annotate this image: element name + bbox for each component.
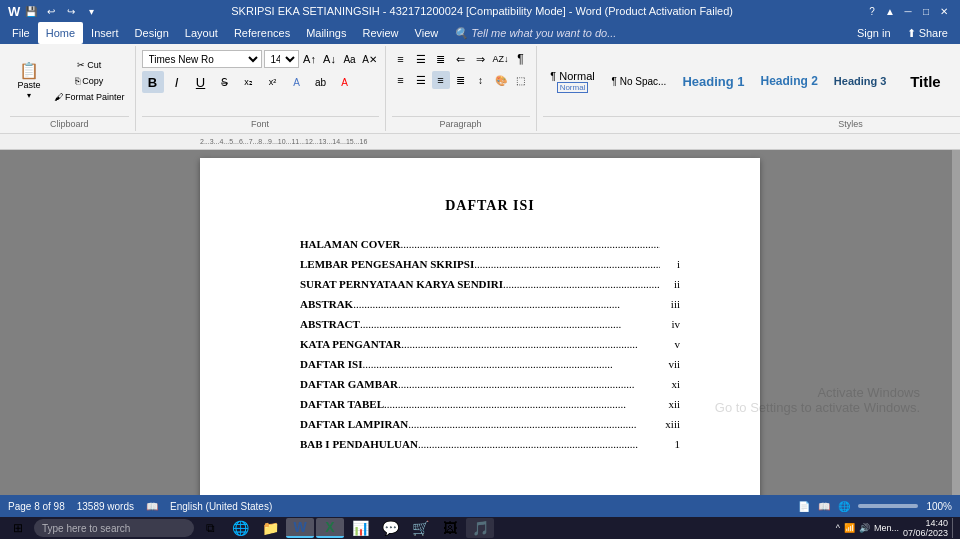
justify-btn[interactable]: ≣: [452, 71, 470, 89]
toc-label: ABSTRAK: [300, 298, 353, 310]
line-spacing-btn[interactable]: ↕: [472, 71, 490, 89]
menu-bar: File Home Insert Design Layout Reference…: [0, 22, 960, 44]
status-bar: Page 8 of 98 13589 words 📖 English (Unit…: [0, 495, 960, 517]
maximize-btn[interactable]: □: [918, 3, 934, 19]
clipboard-group: 📋 Paste ▾ ✂ Cut ⎘ Copy 🖌 Format Painter: [4, 46, 136, 131]
proofing-icon: 📖: [146, 501, 158, 512]
menu-tell-me[interactable]: 🔍 Tell me what you want to do...: [446, 22, 624, 44]
font-format-row: B I U S̶ x₂ x² A ab A: [142, 71, 356, 93]
edge-btn[interactable]: 🌐: [226, 518, 254, 538]
menu-layout[interactable]: Layout: [177, 22, 226, 44]
menu-view[interactable]: View: [407, 22, 447, 44]
font-color-btn[interactable]: A: [334, 71, 356, 93]
paste-btn[interactable]: 📋 Paste ▾: [10, 52, 48, 110]
cut-btn[interactable]: ✂ Cut: [50, 58, 129, 72]
menu-home[interactable]: Home: [38, 22, 83, 44]
explorer-btn[interactable]: 📁: [256, 518, 284, 538]
toc-dots: ........................................…: [384, 398, 660, 410]
text-effects-btn[interactable]: A: [286, 71, 308, 93]
grow-font-btn[interactable]: A↑: [301, 50, 319, 68]
style-heading1[interactable]: Heading 1: [675, 52, 751, 110]
menu-design[interactable]: Design: [127, 22, 177, 44]
photos-btn[interactable]: 🖼: [436, 518, 464, 538]
store-btn[interactable]: 🛒: [406, 518, 434, 538]
shrink-font-btn[interactable]: A↓: [321, 50, 339, 68]
font-size-select[interactable]: 14: [264, 50, 299, 68]
start-btn[interactable]: ⊞: [4, 518, 32, 538]
bold-btn[interactable]: B: [142, 71, 164, 93]
para-row1: ≡ ☰ ≣ ⇐ ⇒ AZ↓ ¶: [392, 50, 530, 68]
zoom-slider[interactable]: [858, 504, 918, 508]
decrease-indent-btn[interactable]: ⇐: [452, 50, 470, 68]
bullets-btn[interactable]: ≡: [392, 50, 410, 68]
style-heading2[interactable]: Heading 2: [754, 52, 825, 110]
menu-references[interactable]: References: [226, 22, 298, 44]
task-view-btn[interactable]: ⧉: [196, 518, 224, 538]
increase-indent-btn[interactable]: ⇒: [472, 50, 490, 68]
italic-btn[interactable]: I: [166, 71, 188, 93]
format-painter-btn[interactable]: 🖌 Format Painter: [50, 90, 129, 104]
show-desktop-btn[interactable]: [952, 518, 956, 538]
multilevel-btn[interactable]: ≣: [432, 50, 450, 68]
clipboard-label: Clipboard: [10, 116, 129, 131]
undo-quick-btn[interactable]: ↩: [42, 2, 60, 20]
share-btn[interactable]: ⬆ Share: [899, 22, 956, 44]
toc-label: DAFTAR TABEL: [300, 398, 384, 410]
close-btn[interactable]: ✕: [936, 3, 952, 19]
document-area: DAFTAR ISI HALAMAN COVER................…: [0, 150, 960, 495]
toc-label: HALAMAN COVER: [300, 238, 401, 250]
menu-mailings[interactable]: Mailings: [298, 22, 354, 44]
style-title[interactable]: Title: [895, 52, 955, 110]
show-formatting-btn[interactable]: ¶: [512, 50, 530, 68]
customize-quick-btn[interactable]: ▾: [82, 2, 100, 20]
zoom-level: 100%: [926, 501, 952, 512]
numbering-btn[interactable]: ☰: [412, 50, 430, 68]
font-group: Times New Ro 14 A↑ A↓ Aa A✕ B I U S̶ x₂ …: [136, 46, 386, 131]
clock[interactable]: 14:40 07/06/2023: [903, 518, 948, 538]
minimize-btn[interactable]: ─: [900, 3, 916, 19]
menu-insert[interactable]: Insert: [83, 22, 127, 44]
superscript-btn[interactable]: x²: [262, 71, 284, 93]
chat-btn[interactable]: 💬: [376, 518, 404, 538]
save-quick-btn[interactable]: 💾: [22, 2, 40, 20]
music-btn[interactable]: 🎵: [466, 518, 494, 538]
redo-quick-btn[interactable]: ↪: [62, 2, 80, 20]
case-btn[interactable]: Aa: [341, 50, 359, 68]
view-web-btn[interactable]: 🌐: [838, 501, 850, 512]
menu-file[interactable]: File: [4, 22, 38, 44]
underline-btn[interactable]: U: [190, 71, 212, 93]
spreadsheet-btn[interactable]: 📊: [346, 518, 374, 538]
clear-format-btn[interactable]: A✕: [361, 50, 379, 68]
excel-taskbar-btn[interactable]: X: [316, 518, 344, 538]
strikethrough-btn[interactable]: S̶: [214, 71, 236, 93]
subscript-btn[interactable]: x₂: [238, 71, 260, 93]
word-taskbar-btn[interactable]: W: [286, 518, 314, 538]
toc-dots: ........................................…: [474, 258, 660, 270]
menu-review[interactable]: Review: [355, 22, 407, 44]
style-normal[interactable]: ¶ Normal Normal: [543, 52, 603, 110]
shading-btn[interactable]: 🎨: [492, 71, 510, 89]
align-left-btn[interactable]: ≡: [392, 71, 410, 89]
ribbon-toggle-btn[interactable]: ▲: [882, 3, 898, 19]
window-title: SKRIPSI EKA SETIANINGSIH - 432171200024 …: [100, 5, 864, 17]
borders-btn[interactable]: ⬚: [512, 71, 530, 89]
style-heading3[interactable]: Heading 3: [827, 52, 894, 110]
toc-entry: ABSTRACT................................…: [300, 318, 680, 330]
system-tray-expand[interactable]: ^: [836, 523, 840, 533]
scrollbar-vertical[interactable]: [952, 150, 960, 495]
sign-in-btn[interactable]: Sign in: [849, 22, 899, 44]
sort-btn[interactable]: AZ↓: [492, 50, 510, 68]
volume-icon[interactable]: 🔊: [859, 523, 870, 533]
style-no-spacing[interactable]: ¶ No Spac...: [605, 52, 674, 110]
view-print-btn[interactable]: 📄: [798, 501, 810, 512]
help-btn[interactable]: ?: [864, 3, 880, 19]
align-right-btn[interactable]: ≡: [432, 71, 450, 89]
font-name-select[interactable]: Times New Ro: [142, 50, 262, 68]
align-center-btn[interactable]: ☰: [412, 71, 430, 89]
view-read-btn[interactable]: 📖: [818, 501, 830, 512]
toc-entry: SURAT PERNYATAAN KARYA SENDIRI..........…: [300, 278, 680, 290]
copy-btn[interactable]: ⎘ Copy: [50, 74, 129, 88]
paragraph-label: Paragraph: [392, 116, 530, 131]
taskbar-search-input[interactable]: [34, 519, 194, 537]
text-highlight-btn[interactable]: ab: [310, 71, 332, 93]
